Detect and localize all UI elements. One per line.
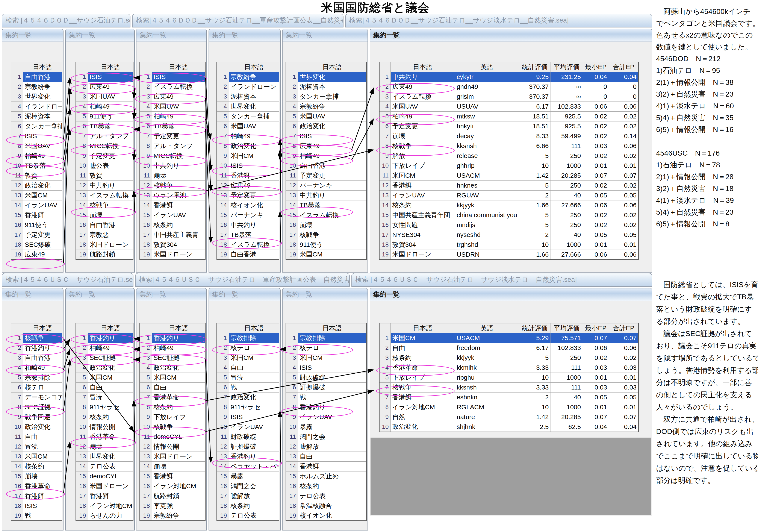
list-row[interactable]: 3米国CM bbox=[217, 353, 279, 363]
cell-english[interactable]: eshnkn bbox=[455, 392, 519, 402]
window-titlebar[interactable]: 検索 [４５４６ＤＯＤ__サウジ石油テロ.sea] bbox=[2, 14, 130, 27]
column-header[interactable]: 最小EP bbox=[583, 62, 609, 72]
cell-value[interactable]: 62.5 bbox=[551, 422, 583, 432]
row-label[interactable]: 予定変更 bbox=[88, 151, 133, 161]
row-label[interactable]: 自由香港 bbox=[23, 353, 62, 363]
row-label[interactable]: 核条約 bbox=[152, 402, 205, 412]
row-label[interactable]: 政治変化 bbox=[88, 363, 133, 372]
row-label[interactable]: 宗教紛争 bbox=[152, 511, 205, 521]
list-row[interactable]: 14香港餌 bbox=[286, 461, 366, 471]
row-label[interactable]: イスラム転換 bbox=[298, 210, 366, 220]
cell-english[interactable]: freedom bbox=[455, 343, 519, 353]
row-label[interactable]: 米国CM bbox=[23, 190, 62, 200]
cell-value[interactable]: 111 bbox=[551, 382, 583, 392]
row-label[interactable]: 香港餌 bbox=[23, 210, 62, 220]
list-row[interactable]: 11予定変更 bbox=[286, 171, 366, 181]
list-row[interactable]: 2宗教紛争 bbox=[11, 82, 62, 91]
cell-value[interactable]: 250 bbox=[551, 181, 583, 190]
list-row[interactable]: 13米国CM bbox=[11, 451, 62, 461]
list-row[interactable]: 18核条約 bbox=[217, 501, 279, 511]
list-row[interactable]: 14核条約 bbox=[11, 461, 62, 471]
list-row[interactable]: 9柏崎49 bbox=[286, 151, 366, 161]
cell-value[interactable]: 10 bbox=[519, 372, 551, 382]
list-row[interactable]: 16911使う bbox=[11, 220, 62, 230]
column-header[interactable]: 平均評価 bbox=[551, 323, 583, 333]
window-titlebar[interactable]: 検索 [４５４６ＵＳＣ__サウジ石油テロ__サウジ淡水テロ__自然災害.sea] bbox=[351, 273, 652, 287]
table-row[interactable]: 9解放release52500.020.02 bbox=[379, 151, 638, 161]
row-label[interactable]: 嘘公表 bbox=[88, 161, 133, 171]
cell-value[interactable]: 0.01 bbox=[583, 402, 609, 412]
cell-japanese[interactable]: 中共釣り bbox=[391, 72, 455, 82]
list-row[interactable]: 4世界変化 bbox=[217, 101, 279, 111]
list-row[interactable]: 12情報公開 bbox=[140, 442, 205, 451]
list-row[interactable]: 19米国CM bbox=[286, 250, 366, 260]
row-label[interactable]: 米国UAV bbox=[298, 111, 366, 121]
table-row[interactable]: 8核戦争kksnsh6.661110.030.06 bbox=[379, 141, 638, 151]
row-label[interactable]: 911ヤラセ bbox=[88, 402, 133, 412]
list-row[interactable]: 8米国UAV bbox=[11, 141, 62, 151]
cell-value[interactable]: 0.06 bbox=[609, 141, 638, 151]
row-label[interactable]: 香港革命 bbox=[88, 432, 133, 442]
list-row[interactable]: 14核戦争 bbox=[76, 200, 133, 210]
list-row[interactable]: 17宗教悪 bbox=[76, 230, 133, 240]
list-row[interactable]: 16イラン対地CM bbox=[140, 481, 205, 491]
cell-value[interactable]: 0.03 bbox=[583, 363, 609, 372]
list-row[interactable]: 10自由香港 bbox=[286, 161, 366, 171]
cell-value[interactable]: 1.66 bbox=[519, 200, 551, 210]
list-row[interactable]: 4自由 bbox=[217, 363, 279, 372]
row-label[interactable]: 宗教排除 bbox=[229, 333, 279, 343]
list-row[interactable]: 15崩壊 bbox=[11, 471, 62, 481]
list-row[interactable]: 7戦 bbox=[286, 392, 366, 402]
row-label[interactable]: 911使う bbox=[298, 240, 366, 250]
panel-header[interactable]: 集約一覧 bbox=[136, 288, 206, 301]
cell-english[interactable]: USACM bbox=[455, 333, 519, 343]
cell-value[interactable]: 5 bbox=[519, 353, 551, 363]
row-label[interactable]: 宗教悪 bbox=[88, 230, 133, 240]
list-row[interactable]: 7ISIS bbox=[286, 131, 366, 141]
cell-value[interactable]: 0.02 bbox=[609, 181, 638, 190]
cell-value[interactable]: 370.37 bbox=[519, 91, 551, 101]
cell-value[interactable]: 0.07 bbox=[609, 412, 638, 422]
cell-japanese[interactable]: 核条約 bbox=[391, 200, 455, 210]
list-row[interactable]: 18イスラム転換 bbox=[217, 240, 279, 250]
cell-value[interactable]: 1000 bbox=[551, 402, 583, 412]
row-label[interactable]: 財政破綻 bbox=[298, 372, 366, 382]
list-row[interactable]: 11香港革命 bbox=[76, 432, 133, 442]
list-row[interactable]: 2イランドローン bbox=[217, 82, 279, 91]
row-label[interactable]: 米国UAV bbox=[229, 121, 279, 131]
list-row[interactable]: 6米国UAV bbox=[217, 121, 279, 131]
cell-value[interactable]: 0.07 bbox=[583, 412, 609, 422]
cell-value[interactable]: 0.06 bbox=[583, 200, 609, 210]
row-label[interactable]: 香港釣り bbox=[229, 451, 279, 461]
row-label[interactable]: 自由 bbox=[23, 432, 62, 442]
table-row[interactable]: 1米国CMUSACM5.2975.5710.070.07 bbox=[379, 333, 638, 343]
list-row[interactable]: 17テロ公表 bbox=[286, 491, 366, 501]
row-label[interactable]: ベラヤット・パーク bbox=[229, 461, 279, 471]
cell-value[interactable]: 0.01 bbox=[583, 372, 609, 382]
cell-japanese[interactable]: 米国ドローン bbox=[391, 250, 455, 260]
row-label[interactable]: イスラム転換 bbox=[152, 82, 205, 91]
list-row[interactable]: 17航路封鎖 bbox=[140, 491, 205, 501]
row-label[interactable]: イスラム転換 bbox=[88, 190, 133, 200]
cell-value[interactable]: 0.02 bbox=[609, 353, 638, 363]
row-label[interactable]: 核条約 bbox=[23, 461, 62, 471]
list-row[interactable]: 6政治変化 bbox=[286, 121, 366, 131]
row-label[interactable]: タンカー拿捕 bbox=[229, 111, 279, 121]
list-row[interactable]: 15暴露 bbox=[217, 471, 279, 481]
list-row[interactable]: 9下放レイプ bbox=[140, 412, 205, 422]
list-row[interactable]: 5911使う bbox=[76, 111, 133, 121]
list-row[interactable]: 9柏崎49 bbox=[11, 151, 62, 161]
list-row[interactable]: 6TB暴落 bbox=[76, 121, 133, 131]
list-row[interactable]: 19自由香港 bbox=[217, 250, 279, 260]
row-label[interactable]: イランドローン bbox=[23, 101, 62, 111]
row-label[interactable]: タンカー拿捕 bbox=[298, 91, 366, 101]
list-row[interactable]: 11財政破綻 bbox=[217, 432, 279, 442]
row-label[interactable]: 宗教紛争 bbox=[229, 72, 279, 82]
list-row[interactable]: 16鴻門之会 bbox=[217, 481, 279, 491]
row-label[interactable]: イランUAV bbox=[298, 412, 366, 422]
table-row[interactable]: 10下放レイプghhrip1010000.010.01 bbox=[379, 161, 638, 171]
row-label[interactable]: 中共釣り bbox=[88, 181, 133, 190]
list-row[interactable]: 17嘘解放 bbox=[217, 491, 279, 501]
table-row[interactable]: 8イラン対地CMRGLACM1010000.010.01 bbox=[379, 402, 638, 412]
table-row[interactable]: 12香港餌hnknes52500.020.02 bbox=[379, 181, 638, 190]
